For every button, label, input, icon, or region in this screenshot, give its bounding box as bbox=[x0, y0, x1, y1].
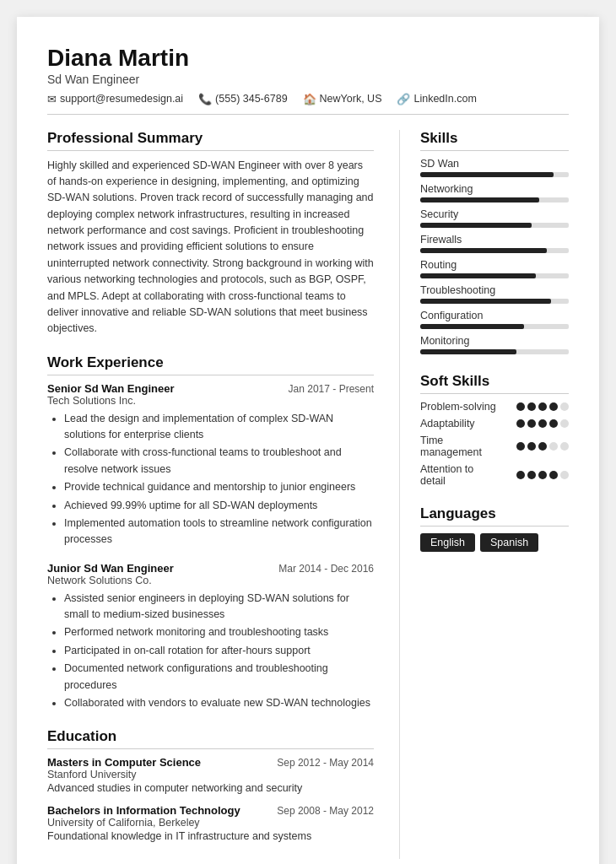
candidate-title: Sd Wan Engineer bbox=[47, 73, 569, 86]
job-company: Tech Solutions Inc. bbox=[47, 395, 374, 407]
location-contact: 🏠 NewYork, US bbox=[303, 93, 382, 105]
location-value: NewYork, US bbox=[320, 93, 382, 105]
dot bbox=[527, 402, 536, 411]
skill-name: SD Wan bbox=[420, 158, 569, 170]
skill-bar-fill bbox=[420, 248, 547, 253]
candidate-name: Diana Martin bbox=[47, 44, 569, 73]
soft-skill-item: Problem-solving bbox=[420, 401, 569, 413]
skill-bar-fill bbox=[420, 349, 516, 354]
email-icon: ✉ bbox=[47, 93, 57, 105]
dot bbox=[560, 402, 569, 411]
job-bullet: Performed network monitoring and trouble… bbox=[64, 624, 374, 640]
edu-school: Stanford University bbox=[47, 769, 374, 780]
dot bbox=[516, 442, 525, 451]
resume-container: Diana Martin Sd Wan Engineer ✉ support@r… bbox=[17, 17, 599, 864]
linkedin-icon: 🔗 bbox=[397, 93, 410, 105]
job-title: Senior Sd Wan Engineer bbox=[47, 382, 174, 395]
edu-description: Advanced studies in computer networking … bbox=[47, 782, 374, 794]
summary-section: Professional Summary Highly skilled and … bbox=[47, 130, 374, 338]
header: Diana Martin Sd Wan Engineer ✉ support@r… bbox=[47, 44, 569, 115]
dot bbox=[560, 442, 569, 451]
soft-skill-item: Adaptability bbox=[420, 418, 569, 429]
job-item: Senior Sd Wan Engineer Jan 2017 - Presen… bbox=[47, 382, 374, 548]
skill-name: Security bbox=[420, 208, 569, 220]
linkedin-value: LinkedIn.com bbox=[413, 93, 476, 105]
edu-degree: Bachelors in Information Technology bbox=[47, 804, 240, 817]
dot bbox=[516, 402, 525, 411]
education-title: Education bbox=[47, 728, 374, 749]
job-bullet: Implemented automation tools to streamli… bbox=[64, 516, 374, 548]
skill-bar-fill bbox=[420, 172, 554, 177]
edu-dates: Sep 2008 - May 2012 bbox=[277, 805, 374, 817]
skill-item: Troubleshooting bbox=[420, 284, 569, 304]
education-section: Education Masters in Computer Science Se… bbox=[47, 728, 374, 842]
skill-bar-background bbox=[420, 273, 569, 278]
skill-bar-background bbox=[420, 223, 569, 228]
soft-skill-name: Problem-solving bbox=[420, 401, 496, 413]
skill-bar-background bbox=[420, 197, 569, 202]
job-bullet: Provide technical guidance and mentorshi… bbox=[64, 479, 374, 495]
language-tag: English bbox=[420, 533, 475, 552]
soft-skills-container: Problem-solving Adaptability Time manage… bbox=[420, 401, 569, 487]
dot bbox=[560, 471, 569, 479]
dot bbox=[560, 419, 569, 428]
side-column: Skills SD Wan Networking Security Firewa… bbox=[400, 130, 569, 860]
dot bbox=[516, 419, 525, 428]
contact-bar: ✉ support@resumedesign.ai 📞 (555) 345-67… bbox=[47, 93, 569, 115]
skill-item: Monitoring bbox=[420, 335, 569, 354]
job-dates: Jan 2017 - Present bbox=[289, 383, 374, 395]
job-header: Senior Sd Wan Engineer Jan 2017 - Presen… bbox=[47, 382, 374, 395]
education-item: Bachelors in Information Technology Sep … bbox=[47, 804, 374, 842]
summary-text: Highly skilled and experienced SD-WAN En… bbox=[47, 158, 374, 338]
dot-rating bbox=[516, 419, 569, 428]
body-layout: Professional Summary Highly skilled and … bbox=[47, 130, 569, 860]
skill-bar-background bbox=[420, 299, 569, 304]
dot bbox=[527, 471, 536, 479]
dot bbox=[549, 402, 558, 411]
email-contact: ✉ support@resumedesign.ai bbox=[47, 93, 183, 105]
skill-name: Monitoring bbox=[420, 335, 569, 347]
education-item: Masters in Computer Science Sep 2012 - M… bbox=[47, 756, 374, 794]
phone-icon: 📞 bbox=[198, 93, 212, 105]
job-item: Junior Sd Wan Engineer Mar 2014 - Dec 20… bbox=[47, 562, 374, 712]
skill-bar-background bbox=[420, 248, 569, 253]
dot bbox=[538, 419, 547, 428]
soft-skill-item: Attention to detail bbox=[420, 463, 569, 487]
email-value: support@resumedesign.ai bbox=[60, 93, 183, 105]
job-bullet: Lead the design and implementation of co… bbox=[64, 411, 374, 444]
skill-item: Networking bbox=[420, 183, 569, 202]
job-bullet: Collaborated with vendors to evaluate ne… bbox=[64, 695, 374, 711]
dot bbox=[538, 471, 547, 479]
summary-title: Professional Summary bbox=[47, 130, 374, 151]
skills-container: SD Wan Networking Security Firewalls Rou… bbox=[420, 158, 569, 354]
skill-name: Configuration bbox=[420, 310, 569, 321]
soft-skills-title: Soft Skills bbox=[420, 373, 569, 394]
skill-item: Security bbox=[420, 208, 569, 228]
dot bbox=[527, 442, 536, 451]
dot bbox=[516, 471, 525, 479]
location-icon: 🏠 bbox=[303, 93, 316, 105]
skill-bar-fill bbox=[420, 273, 536, 278]
languages-title: Languages bbox=[420, 505, 569, 526]
skill-item: Routing bbox=[420, 259, 569, 278]
job-bullet: Participated in on-call rotation for aft… bbox=[64, 643, 374, 659]
job-header: Junior Sd Wan Engineer Mar 2014 - Dec 20… bbox=[47, 562, 374, 575]
skill-item: Configuration bbox=[420, 310, 569, 329]
linkedin-contact: 🔗 LinkedIn.com bbox=[397, 93, 476, 105]
skill-bar-background bbox=[420, 172, 569, 177]
edu-dates: Sep 2012 - May 2014 bbox=[277, 757, 374, 769]
skill-name: Troubleshooting bbox=[420, 284, 569, 296]
skill-bar-background bbox=[420, 324, 569, 329]
edu-degree: Masters in Computer Science bbox=[47, 756, 201, 769]
dot-rating bbox=[516, 471, 569, 479]
soft-skill-name: Time management bbox=[420, 435, 496, 458]
job-company: Network Solutions Co. bbox=[47, 575, 374, 586]
skill-bar-fill bbox=[420, 223, 532, 228]
job-bullets: Assisted senior engineers in deploying S… bbox=[47, 591, 374, 712]
dot bbox=[549, 471, 558, 479]
dot-rating bbox=[516, 442, 569, 451]
languages-section: Languages EnglishSpanish bbox=[420, 505, 569, 552]
edu-description: Foundational knowledge in IT infrastruct… bbox=[47, 830, 374, 842]
dot-rating bbox=[516, 402, 569, 411]
skill-name: Networking bbox=[420, 183, 569, 195]
